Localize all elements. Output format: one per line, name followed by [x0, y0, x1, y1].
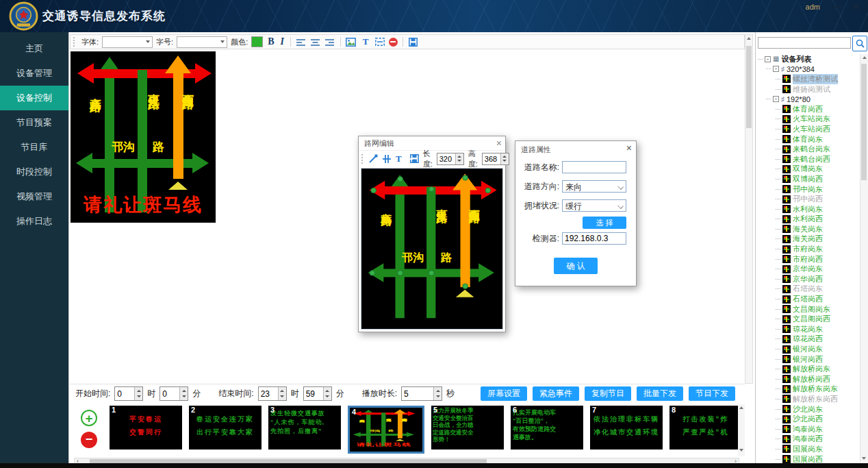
- italic-button[interactable]: I: [279, 36, 285, 47]
- add-road-icon[interactable]: [382, 153, 392, 164]
- device-item-1-15[interactable]: 市府岗西: [758, 254, 860, 264]
- device-item-1-7[interactable]: 双博岗西: [758, 174, 860, 184]
- height-value[interactable]: [483, 153, 500, 164]
- device-item-1-2[interactable]: 火车站岗西: [758, 124, 860, 134]
- tree-label[interactable]: 解放桥岗西: [793, 374, 830, 384]
- align-center-icon[interactable]: [310, 36, 321, 47]
- minimize-button[interactable]: —: [831, 1, 843, 14]
- device-item-1-23[interactable]: 琼花岗西: [758, 334, 860, 345]
- action-button-3[interactable]: 批量下发: [637, 386, 683, 401]
- start-minute-spinner[interactable]: [159, 386, 188, 401]
- road-name-input[interactable]: [562, 161, 626, 173]
- device-item-1-5[interactable]: 来鹤台岗西: [758, 154, 860, 164]
- start-hour-value[interactable]: [115, 387, 134, 400]
- end-minute-spinner[interactable]: [303, 386, 332, 401]
- tree-label[interactable]: 石塔岗西: [793, 294, 823, 304]
- device-item-1-8[interactable]: 邗中岗东: [758, 184, 860, 195]
- tree-label[interactable]: 沙北岗东: [793, 404, 823, 415]
- end-hour-value[interactable]: [259, 387, 278, 400]
- device-item-1-11[interactable]: 水利岗西: [758, 214, 860, 225]
- tree-label[interactable]: 水利岗西: [793, 214, 823, 224]
- tree-label[interactable]: 火车站岗东: [793, 114, 830, 124]
- length-spinner[interactable]: [437, 153, 464, 165]
- device-item-1-33[interactable]: 鸿泰岗西: [758, 434, 860, 445]
- congestion-select[interactable]: 缓行: [562, 199, 626, 212]
- device-item-1-20[interactable]: 文昌阁岗东: [758, 304, 860, 315]
- spinner-arrows[interactable]: [455, 153, 463, 164]
- tree-label[interactable]: 来鹤台岗东: [793, 144, 830, 154]
- tree-label[interactable]: 邗中岗东: [793, 184, 823, 195]
- device-item-1-34[interactable]: 国展岗东: [758, 444, 860, 454]
- device-search-input[interactable]: [758, 37, 851, 49]
- end-hour-spinner[interactable]: [258, 386, 287, 401]
- device-item-1-16[interactable]: 京华岗东: [758, 264, 860, 274]
- search-button[interactable]: [852, 36, 867, 51]
- tree-label[interactable]: 320*384: [787, 65, 815, 73]
- scroll-up-arrow[interactable]: [863, 56, 867, 59]
- color-swatch[interactable]: [251, 36, 263, 47]
- bold-button[interactable]: B: [266, 36, 275, 47]
- playlist-item-8[interactable]: 8打击改装“炸严查严处“机: [669, 406, 742, 449]
- device-item-1-3[interactable]: 体育岗东: [758, 134, 860, 145]
- font-select[interactable]: [102, 36, 153, 48]
- close-icon[interactable]: ×: [496, 137, 502, 149]
- spinner-arrows[interactable]: [134, 387, 142, 400]
- tree-label[interactable]: 邗中岗西: [793, 194, 823, 204]
- tree-label[interactable]: 来鹤台岗西: [793, 154, 830, 164]
- confirm-button[interactable]: 确 认: [554, 258, 598, 274]
- text-tool-icon[interactable]: T: [396, 153, 402, 164]
- tree-label[interactable]: 琼花岗西: [793, 334, 823, 344]
- device-item-1-28[interactable]: 解放桥东岗东: [758, 384, 860, 395]
- tree-label[interactable]: 192*80: [787, 95, 810, 103]
- tree-root[interactable]: -▦设备列表: [758, 54, 860, 64]
- tree-label[interactable]: 石塔岗东: [793, 284, 823, 294]
- insert-image-icon[interactable]: [346, 36, 357, 47]
- size-select[interactable]: [177, 36, 227, 48]
- tree-label[interactable]: 国展岗西: [793, 454, 823, 463]
- sidebar-item-4[interactable]: 节目库: [0, 135, 68, 160]
- tree-label[interactable]: 市府岗东: [793, 244, 823, 254]
- device-item-1-4[interactable]: 来鹤台岗东: [758, 144, 860, 154]
- tree-label[interactable]: 火车站岗西: [793, 124, 830, 134]
- spinner-arrows[interactable]: [500, 153, 509, 164]
- align-right-icon[interactable]: [324, 36, 335, 47]
- scroll-down-arrow[interactable]: [862, 457, 866, 460]
- start-minute-value[interactable]: [160, 387, 179, 400]
- device-item-1-10[interactable]: 水利岗东: [758, 204, 860, 214]
- sidebar-item-6[interactable]: 视频管理: [0, 184, 68, 209]
- scrollbar-thumb[interactable]: [861, 64, 867, 180]
- device-item-1-22[interactable]: 琼花岗东: [758, 324, 860, 334]
- playlist-item-3[interactable]: 3发生轻微交通事故“人未伤，车能动,先拍照，后撤离”: [268, 406, 341, 449]
- draw-line-icon[interactable]: [368, 153, 378, 164]
- tree-label[interactable]: 市府岗西: [793, 254, 823, 264]
- remove-frame-button[interactable]: −: [81, 432, 97, 448]
- playlist-item-5[interactable]: 5大力开展秋冬季交通安全整治百日会战，全力稳定道路交通安全形势！: [431, 406, 504, 449]
- collapse-toggle[interactable]: -: [765, 56, 771, 62]
- sidebar-item-2[interactable]: 设备控制: [0, 86, 68, 110]
- action-button-0[interactable]: 屏幕设置: [481, 386, 527, 401]
- device-item-1-12[interactable]: 海关岗东: [758, 224, 860, 234]
- device-item-1-29[interactable]: 解放桥东岗西: [758, 394, 860, 404]
- action-button-1[interactable]: 紧急事件: [533, 386, 579, 401]
- tree-label[interactable]: 国展岗东: [793, 444, 823, 454]
- action-button-4[interactable]: 节目下发: [689, 386, 735, 401]
- tree-label[interactable]: 体育岗东: [793, 134, 823, 145]
- tree-label[interactable]: 维扬岗测试: [793, 84, 830, 95]
- length-value[interactable]: [437, 153, 455, 164]
- start-hour-spinner[interactable]: [114, 386, 143, 401]
- device-item-1-26[interactable]: 解放桥岗东: [758, 364, 860, 374]
- spinner-arrows[interactable]: [179, 387, 188, 400]
- tree-label[interactable]: 双博岗东: [793, 164, 823, 174]
- toolbar-grip[interactable]: [73, 37, 77, 47]
- playlist-item-4[interactable]: 4高桥路史可法路瘦西湖路邗沟路请礼让斑马线: [348, 406, 424, 454]
- device-item-1-17[interactable]: 京华岗西: [758, 274, 860, 284]
- tree-label[interactable]: 琼花岗东: [793, 324, 823, 334]
- add-frame-button[interactable]: +: [81, 410, 97, 426]
- tree-scrollbar[interactable]: [860, 54, 868, 463]
- text-tool-icon[interactable]: T: [360, 36, 371, 47]
- device-item-1-14[interactable]: 市府岗东: [758, 244, 860, 254]
- collapse-toggle[interactable]: -: [773, 66, 779, 72]
- height-spinner[interactable]: [482, 153, 509, 165]
- delete-icon[interactable]: [389, 38, 398, 47]
- device-item-0-0[interactable]: 螺丝湾桥测试: [758, 74, 860, 84]
